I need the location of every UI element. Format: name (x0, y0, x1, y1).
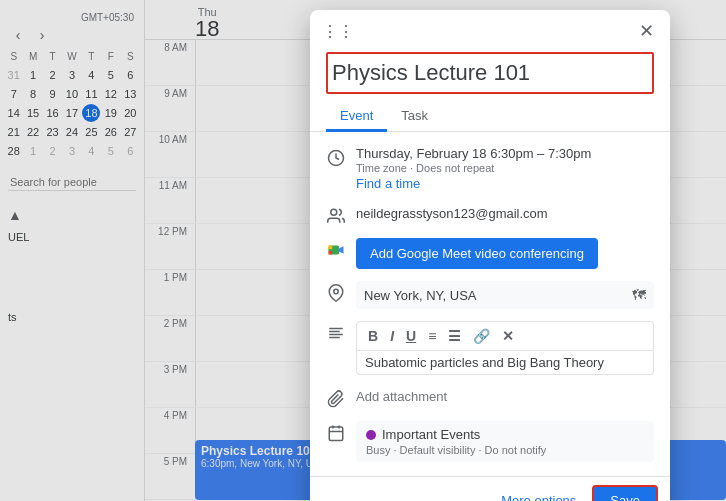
add-meet-button[interactable]: Add Google Meet video conferencing (356, 238, 598, 269)
clock-icon (326, 148, 346, 168)
svg-point-1 (331, 209, 337, 215)
location-content: 🗺 (356, 281, 654, 309)
title-section (310, 48, 670, 102)
description-icon (326, 323, 346, 343)
meet-row: Add Google Meet video conferencing (310, 232, 670, 275)
calendar-row: Important Events Busy · Default visibili… (310, 415, 670, 468)
find-time-link[interactable]: Find a time (356, 176, 420, 191)
calendar-sub-text: Busy · Default visibility · Do not notif… (366, 444, 644, 456)
description-content: B I U ≡ ☰ 🔗 ✕ Subatomic particles and Bi… (356, 321, 654, 375)
unordered-list-button[interactable]: ☰ (445, 326, 464, 346)
event-title-input[interactable] (332, 56, 648, 90)
svg-marker-3 (339, 246, 344, 254)
tab-task[interactable]: Task (387, 102, 442, 132)
more-options-button[interactable]: More options (493, 487, 584, 501)
modal-body: Thursday, February 18 6:30pm – 7:30pm Ti… (310, 132, 670, 476)
attachment-icon (326, 389, 346, 409)
calendar-content: Important Events Busy · Default visibili… (356, 421, 654, 462)
guests-icon (326, 206, 346, 226)
date-time-row: Thursday, February 18 6:30pm – 7:30pm Ti… (310, 140, 670, 198)
guest-row (310, 198, 670, 232)
attachment-content: Add attachment (356, 387, 654, 405)
calendar-details[interactable]: Important Events Busy · Default visibili… (356, 421, 654, 462)
link-button[interactable]: 🔗 (470, 326, 493, 346)
location-row: 🗺 (310, 275, 670, 315)
description-toolbar: B I U ≡ ☰ 🔗 ✕ (356, 321, 654, 351)
ordered-list-button[interactable]: ≡ (425, 326, 439, 346)
guest-email-input[interactable] (356, 206, 654, 221)
clear-format-button[interactable]: ✕ (499, 326, 517, 346)
title-outline (326, 52, 654, 94)
modal-tabs: Event Task (310, 102, 670, 132)
svg-point-6 (334, 289, 339, 294)
location-icon (326, 283, 346, 303)
italic-button[interactable]: I (387, 326, 397, 346)
location-input[interactable] (364, 288, 628, 303)
modal-footer: More options Save (310, 476, 670, 501)
meet-icon (326, 240, 346, 260)
date-time-content: Thursday, February 18 6:30pm – 7:30pm Ti… (356, 146, 654, 192)
calendar-name-label: Important Events (382, 427, 480, 442)
svg-rect-4 (329, 246, 333, 250)
tab-event[interactable]: Event (326, 102, 387, 132)
underline-button[interactable]: U (403, 326, 419, 346)
event-modal: ⋮⋮ ✕ Event Task Thursday, February 18 6:… (310, 10, 670, 501)
save-button[interactable]: Save (592, 485, 658, 501)
description-row: B I U ≡ ☰ 🔗 ✕ Subatomic particles and Bi… (310, 315, 670, 381)
meet-content: Add Google Meet video conferencing (356, 238, 654, 269)
date-time-text[interactable]: Thursday, February 18 6:30pm – 7:30pm (356, 146, 654, 161)
calendar-icon (326, 423, 346, 443)
drag-handle-icon: ⋮⋮ (322, 22, 354, 41)
modal-header: ⋮⋮ ✕ (310, 10, 670, 48)
attachment-label[interactable]: Add attachment (356, 389, 447, 404)
description-text[interactable]: Subatomic particles and Big Bang Theory (356, 351, 654, 375)
svg-rect-5 (329, 251, 333, 255)
calendar-name: Important Events (366, 427, 644, 442)
location-wrapper: 🗺 (356, 281, 654, 309)
bold-button[interactable]: B (365, 326, 381, 346)
svg-rect-11 (329, 427, 343, 441)
close-button[interactable]: ✕ (635, 18, 658, 44)
attachment-row: Add attachment (310, 381, 670, 415)
map-icon[interactable]: 🗺 (632, 287, 646, 303)
guest-content (356, 204, 654, 222)
calendar-color-dot (366, 430, 376, 440)
timezone-repeat-text: Time zone · Does not repeat (356, 162, 654, 174)
